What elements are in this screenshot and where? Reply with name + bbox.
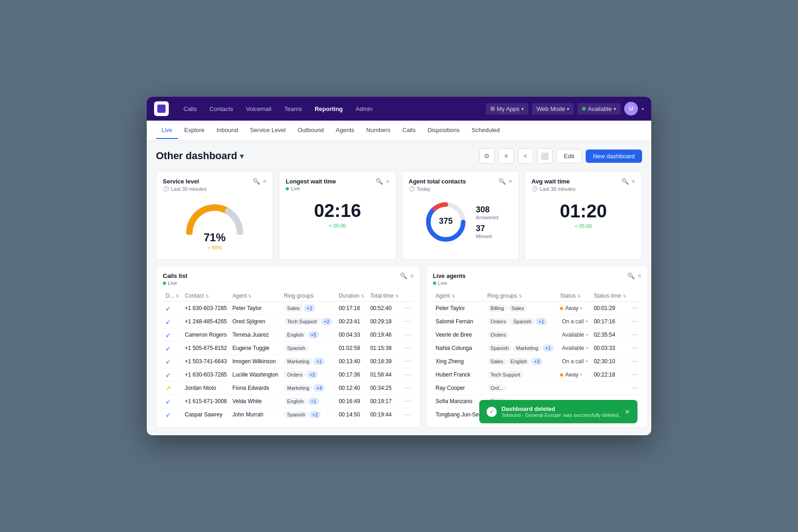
nav-admin[interactable]: Admin — [350, 103, 378, 115]
tab-outbound[interactable]: Outbound — [292, 122, 329, 139]
filter-icon[interactable]: ≡ — [637, 272, 641, 279]
row-more-button[interactable]: ⋯ — [632, 331, 638, 338]
status-chevron[interactable]: ▾ — [580, 306, 582, 310]
status-chevron[interactable]: ▾ — [580, 372, 582, 377]
row-more-button[interactable]: ⋯ — [405, 305, 411, 312]
tab-explore[interactable]: Explore — [179, 122, 210, 139]
nav-calls[interactable]: Calls — [178, 103, 202, 115]
nav-contacts[interactable]: Contacts — [204, 103, 238, 115]
user-avatar[interactable]: U — [624, 102, 638, 116]
row-more-button[interactable]: ⋯ — [632, 384, 638, 392]
my-apps-button[interactable]: ⊞ My Apps ▾ — [486, 103, 528, 115]
row-more-button[interactable]: ⋯ — [405, 411, 411, 418]
rings-cell: Spanish+2 — [281, 408, 336, 421]
ring-tag: Marketing — [284, 384, 312, 392]
longest-wait-display: 02:16 < 05:00 — [286, 195, 389, 234]
row-more-button[interactable]: ⋯ — [405, 398, 411, 405]
nav-links: Calls Contacts Voicemail Teams Reporting… — [178, 103, 486, 115]
bottom-row: Calls list Live 🔍 ≡ D... ⇅ — [156, 266, 642, 428]
tab-dispositions[interactable]: Dispositions — [422, 122, 465, 139]
tab-live[interactable]: Live — [156, 122, 178, 139]
row-more-button[interactable]: ⋯ — [405, 384, 411, 392]
agent-name-cell: Nahia Colunga — [433, 342, 485, 355]
row-more-button[interactable]: ⋯ — [632, 318, 638, 325]
status-time-cell: 00:03:33 — [591, 342, 629, 355]
web-mode-button[interactable]: Web Mode ▾ — [532, 103, 574, 115]
row-more-button[interactable]: ⋯ — [405, 331, 411, 338]
row-more-button[interactable]: ⋯ — [405, 358, 411, 365]
col-duration: Duration ⇅ — [336, 290, 367, 302]
row-more-button[interactable]: ⋯ — [405, 344, 411, 352]
share-button[interactable]: < — [518, 148, 533, 164]
status-chevron[interactable]: ▾ — [586, 359, 588, 364]
nav-teams[interactable]: Teams — [279, 103, 307, 115]
service-level-card: Service level 🕐 Last 30 minutes 🔍 ≡ — [156, 171, 273, 260]
settings-button[interactable]: ⚙ — [479, 148, 495, 164]
dashboard-title[interactable]: Other dashboard ▾ — [156, 150, 244, 162]
avg-wait-value: 01:20 — [560, 201, 607, 222]
table-row: Xing Zheng SalesEnglish+3 On a call ▾ 02… — [433, 355, 641, 368]
status-chevron[interactable]: ▾ — [586, 319, 588, 324]
table-row: ↙ +1 505-675-8152 Eugene Tuggle Spanish … — [163, 342, 414, 355]
search-icon[interactable]: 🔍 — [376, 178, 383, 185]
filter-button[interactable]: ≡ — [499, 148, 514, 164]
clock-icon: 🕐 — [532, 186, 538, 192]
tab-numbers[interactable]: Numbers — [361, 122, 396, 139]
agent-cell: Terresa Juarez — [230, 328, 281, 342]
toast-close-button[interactable]: ✕ — [625, 408, 630, 416]
search-icon[interactable]: 🔍 — [253, 178, 260, 185]
toast-title: Dashboard deleted — [501, 405, 620, 412]
search-icon[interactable]: 🔍 — [400, 272, 407, 279]
avatar-chevron[interactable]: ▾ — [642, 106, 644, 111]
filter-icon[interactable]: ≡ — [410, 272, 414, 279]
tab-agents[interactable]: Agents — [330, 122, 360, 139]
search-icon[interactable]: 🔍 — [621, 178, 629, 185]
filter-icon[interactable]: ≡ — [263, 178, 266, 185]
agent-contacts-subtitle: Today — [417, 186, 430, 192]
status-chevron[interactable]: ▾ — [586, 332, 588, 337]
live-dot — [163, 282, 166, 285]
rings-cell: Marketing+1 — [281, 355, 336, 368]
dashboard-actions: ⚙ ≡ < ⬜ Edit New dashboard — [479, 148, 642, 164]
duration-cell: 00:17:16 — [336, 302, 367, 315]
top-nav: Calls Contacts Voicemail Teams Reporting… — [147, 97, 651, 121]
main-content: Other dashboard ▾ ⚙ ≡ < ⬜ Edit New dashb… — [147, 141, 651, 435]
contact-cell: Cameron Rogers — [182, 328, 230, 342]
table-row: ↗ Jordan Ntolo Fiona Edwards Marketing+4… — [163, 382, 414, 395]
status-chevron[interactable]: ▾ — [586, 346, 588, 350]
monitor-button[interactable]: ⬜ — [537, 148, 553, 164]
contact-cell: +1 503-741-6643 — [182, 355, 230, 368]
avg-wait-title: Avg wait time — [532, 178, 576, 185]
avg-wait-subtitle: Last 30 minutes — [540, 186, 576, 192]
ring-extra: +1 — [536, 318, 547, 325]
rings-cell: English+1 — [281, 395, 336, 408]
rings-cell: Tech Support+2 — [281, 315, 336, 328]
table-row: Ray Cooper Ord... ⋯ — [433, 382, 641, 395]
filter-icon[interactable]: ≡ — [632, 178, 635, 185]
status-button[interactable]: Available ▾ — [577, 103, 621, 115]
new-dashboard-button[interactable]: New dashboard — [586, 150, 642, 163]
row-more-button[interactable]: ⋯ — [632, 305, 638, 312]
nav-voicemail[interactable]: Voicemail — [240, 103, 277, 115]
row-more-button[interactable]: ⋯ — [405, 318, 411, 325]
row-more-button[interactable]: ⋯ — [632, 344, 638, 352]
row-more-button[interactable]: ⋯ — [405, 371, 411, 378]
row-more-button[interactable]: ⋯ — [632, 358, 638, 365]
nav-reporting[interactable]: Reporting — [309, 103, 348, 115]
tab-scheduled[interactable]: Scheduled — [466, 122, 505, 139]
agent-cell: Fiona Edwards — [230, 382, 281, 395]
filter-icon[interactable]: ≡ — [386, 178, 389, 185]
tab-calls[interactable]: Calls — [397, 122, 421, 139]
col-actions — [629, 290, 641, 302]
search-icon[interactable]: 🔍 — [499, 178, 506, 185]
service-level-subtitle: Last 30 minutes — [171, 186, 207, 192]
row-more-button[interactable]: ⋯ — [632, 371, 638, 378]
answered-count: 308 — [476, 205, 499, 215]
search-icon[interactable]: 🔍 — [627, 272, 635, 279]
direction-icon: ↙ — [166, 398, 171, 405]
tab-service-level[interactable]: Service Level — [244, 122, 291, 139]
filter-icon[interactable]: ≡ — [509, 178, 512, 185]
status-away: Away ▾ — [560, 371, 588, 378]
edit-button[interactable]: Edit — [556, 149, 582, 163]
tab-inbound[interactable]: Inbound — [211, 122, 244, 139]
